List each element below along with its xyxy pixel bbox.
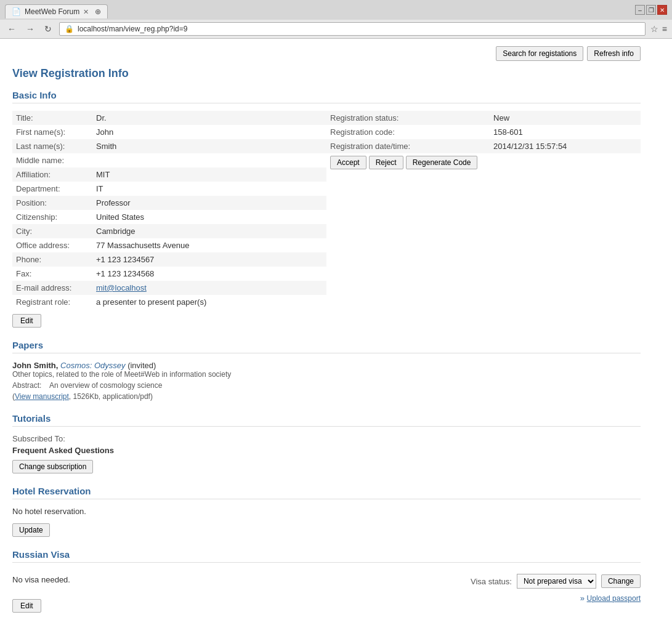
field-label: Registrant role:: [12, 295, 92, 309]
field-label: Title:: [12, 111, 92, 125]
table-row: Affiliation: MIT: [12, 167, 326, 182]
field-value: Cambridge: [92, 224, 326, 238]
field-label: Position:: [12, 196, 92, 210]
subscribed-item: Frequent Asked Questions: [12, 446, 641, 455]
field-value: +1 123 1234567: [92, 252, 326, 267]
visa-status-select[interactable]: Not prepared visa Prepared visa Visa iss…: [517, 574, 596, 589]
table-row: City: Cambridge: [12, 224, 326, 238]
paper-invited: (invited): [128, 361, 156, 370]
table-row: First name(s): John: [12, 125, 326, 139]
field-label: Citizenship:: [12, 210, 92, 224]
accept-btn[interactable]: Accept: [330, 156, 366, 169]
basic-info-edit-btn[interactable]: Edit: [12, 314, 41, 328]
paper-title: Cosmos: Odyssey: [60, 361, 125, 370]
page-header-actions: Search for registations Refresh info: [12, 46, 641, 61]
restore-btn[interactable]: ❐: [646, 5, 656, 15]
back-btn[interactable]: ←: [5, 23, 18, 35]
info-right: Registration status: New Registration co…: [326, 111, 641, 328]
minimize-btn[interactable]: –: [635, 5, 645, 15]
lock-icon: 🔒: [65, 25, 74, 33]
info-grid: Title: Dr. First name(s): John Last name…: [12, 111, 641, 328]
page-title: View Registration Info: [12, 67, 641, 80]
field-value: Dr.: [92, 111, 326, 125]
table-row: E-mail address: mit@localhost: [12, 281, 326, 295]
field-value: 77 Massachusetts Avenue: [92, 238, 326, 252]
manuscript-link[interactable]: View manuscript: [15, 392, 69, 401]
subscribed-to-label: Subscribed To:: [12, 434, 641, 443]
field-label: Registration code:: [326, 125, 490, 139]
field-value: Professor: [92, 196, 326, 210]
visa-title: Russian Visa: [12, 549, 641, 563]
address-bar[interactable]: 🔒 localhost/man/view_reg.php?id=9: [59, 22, 646, 36]
visa-edit-btn[interactable]: Edit: [12, 599, 41, 613]
field-label: Office address:: [12, 238, 92, 252]
basic-info-table: Title: Dr. First name(s): John Last name…: [12, 111, 326, 309]
table-row: Registration status: New: [326, 111, 641, 125]
upload-passport: » Upload passport: [580, 594, 641, 603]
menu-icon[interactable]: ≡: [662, 24, 667, 34]
refresh-info-btn[interactable]: Refresh info: [587, 46, 641, 61]
field-label: City:: [12, 224, 92, 238]
change-subscription-btn[interactable]: Change subscription: [12, 460, 93, 473]
tab-close-btn[interactable]: ✕: [83, 8, 89, 16]
table-row: Fax: +1 123 1234568: [12, 267, 326, 281]
table-row: Last name(s): Smith: [12, 139, 326, 153]
page-wrapper[interactable]: Search for registations Refresh info Vie…: [0, 39, 672, 622]
tutorials-section: Tutorials Subscribed To: Frequent Asked …: [12, 413, 641, 473]
abstract-label: Abstract: An overview of cosmology scien…: [12, 381, 162, 390]
table-row: Position: Professor: [12, 196, 326, 210]
field-label: Affiliation:: [12, 167, 92, 182]
window-controls: – ❐ ✕: [635, 5, 667, 15]
hotel-update-btn[interactable]: Update: [12, 523, 50, 537]
email-link[interactable]: mit@localhost: [96, 283, 147, 292]
field-label: Department:: [12, 182, 92, 196]
browser-actions: ☆ ≡: [650, 24, 667, 34]
tab-icon: 📄: [12, 7, 21, 16]
file-info: , 1526Kb, application/pdf): [69, 392, 153, 401]
hotel-title: Hotel Reservation: [12, 486, 641, 499]
field-value: 158-601: [490, 125, 641, 139]
browser-tab[interactable]: 📄 MeetWeb Forum ✕ ⊕: [5, 4, 108, 18]
reload-btn[interactable]: ↻: [42, 23, 54, 35]
hotel-section: Hotel Reservation No hotel reservation. …: [12, 486, 641, 537]
table-row: Title: Dr.: [12, 111, 326, 125]
new-tab-btn[interactable]: ⊕: [95, 7, 101, 16]
visa-status-row: Visa status: Not prepared visa Prepared …: [471, 574, 641, 589]
tutorials-title: Tutorials: [12, 413, 641, 427]
tab-title: MeetWeb Forum: [25, 7, 79, 16]
url-text: localhost/man/view_reg.php?id=9: [78, 25, 187, 33]
upload-passport-link[interactable]: Upload passport: [587, 594, 641, 603]
table-row: Department: IT: [12, 182, 326, 196]
paper-abstract: Abstract: An overview of cosmology scien…: [12, 381, 641, 390]
field-label: Fax:: [12, 267, 92, 281]
registration-action-btns: Accept Reject Regenerate Code: [326, 156, 641, 169]
field-label: E-mail address:: [12, 281, 92, 295]
field-value: John: [92, 125, 326, 139]
table-row: Registration code: 158-601: [326, 125, 641, 139]
field-label: Registration status:: [326, 111, 490, 125]
field-value: +1 123 1234568: [92, 267, 326, 281]
papers-section: Papers John Smith, Cosmos: Odyssey (invi…: [12, 340, 641, 401]
paper-topic: Other topics, related to the role of Mee…: [12, 370, 641, 379]
field-value: New: [490, 111, 641, 125]
field-value: 2014/12/31 15:57:54: [490, 139, 641, 153]
search-registrations-btn[interactable]: Search for registations: [496, 46, 583, 61]
table-row: Registration date/time: 2014/12/31 15:57…: [326, 139, 641, 153]
basic-info-section: Basic Info Title: Dr. First name(s): Joh…: [12, 90, 641, 328]
bookmark-icon[interactable]: ☆: [650, 24, 658, 34]
visa-left: No visa needed. Edit: [12, 570, 70, 613]
forward-btn[interactable]: →: [23, 23, 37, 35]
reg-status-table: Registration status: New Registration co…: [326, 111, 641, 153]
basic-info-title: Basic Info: [12, 90, 641, 103]
visa-section: Russian Visa No visa needed. Edit Visa s…: [12, 549, 641, 613]
paper-manuscript: (View manuscript, 1526Kb, application/pd…: [12, 392, 641, 401]
papers-title: Papers: [12, 340, 641, 353]
reject-btn[interactable]: Reject: [369, 156, 403, 169]
hotel-status: No hotel reservation.: [12, 507, 641, 516]
visa-change-btn[interactable]: Change: [601, 574, 641, 588]
table-row: Office address: 77 Massachusetts Avenue: [12, 238, 326, 252]
close-btn[interactable]: ✕: [657, 5, 667, 15]
field-label: Last name(s):: [12, 139, 92, 153]
regenerate-code-btn[interactable]: Regenerate Code: [406, 156, 478, 169]
visa-status-text: No visa needed.: [12, 575, 70, 584]
